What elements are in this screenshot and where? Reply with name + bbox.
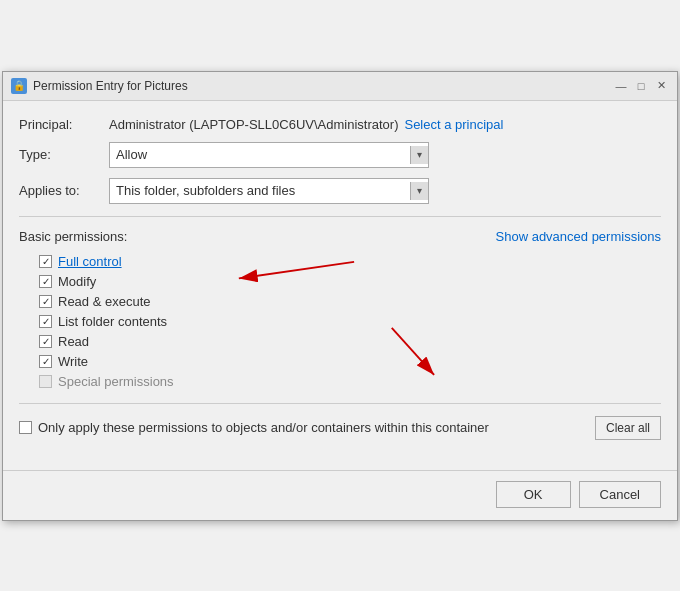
principal-row: Principal: Administrator (LAPTOP-SLL0C6U…	[19, 117, 661, 132]
full-control-checkbox[interactable]: ✓	[39, 255, 52, 268]
minimize-button[interactable]: —	[613, 78, 629, 94]
permissions-title: Basic permissions:	[19, 229, 127, 244]
close-button[interactable]: ✕	[653, 78, 669, 94]
list-folder-label: List folder contents	[58, 314, 167, 329]
modify-label: Modify	[58, 274, 96, 289]
window-body: Principal: Administrator (LAPTOP-SLL0C6U…	[3, 101, 677, 470]
applies-row: Applies to: This folder, subfolders and …	[19, 178, 661, 204]
type-select-value: Allow	[116, 147, 410, 162]
bottom-divider	[19, 403, 661, 404]
permissions-header: Basic permissions: Show advanced permiss…	[19, 229, 661, 244]
title-bar: 🔒 Permission Entry for Pictures — □ ✕	[3, 72, 677, 101]
applies-label: Applies to:	[19, 183, 109, 198]
select-principal-link[interactable]: Select a principal	[404, 117, 503, 132]
type-row: Type: Allow ▾	[19, 142, 661, 168]
full-control-label: Full control	[58, 254, 122, 269]
special-label: Special permissions	[58, 374, 174, 389]
main-window: 🔒 Permission Entry for Pictures — □ ✕ Pr…	[2, 71, 678, 521]
clear-all-button[interactable]: Clear all	[595, 416, 661, 440]
type-label: Type:	[19, 147, 109, 162]
window-title: Permission Entry for Pictures	[33, 79, 613, 93]
applies-select-value: This folder, subfolders and files	[116, 183, 410, 198]
principal-value: Administrator (LAPTOP-SLL0C6UV\Administr…	[109, 117, 398, 132]
cancel-button[interactable]: Cancel	[579, 481, 661, 508]
list-item: ✓ Write	[39, 354, 661, 369]
list-item: Special permissions	[39, 374, 661, 389]
permissions-section: Basic permissions: Show advanced permiss…	[19, 229, 661, 389]
type-select-arrow: ▾	[410, 146, 428, 164]
section-divider	[19, 216, 661, 217]
applies-select-arrow: ▾	[410, 182, 428, 200]
read-checkbox[interactable]: ✓	[39, 335, 52, 348]
advanced-permissions-link[interactable]: Show advanced permissions	[496, 229, 661, 244]
permissions-list: ✓ Full control ✓ Modify ✓ Read & execute…	[39, 254, 661, 389]
read-label: Read	[58, 334, 89, 349]
applies-select[interactable]: This folder, subfolders and files ▾	[109, 178, 429, 204]
list-item: ✓ Modify	[39, 274, 661, 289]
write-checkbox[interactable]: ✓	[39, 355, 52, 368]
only-apply-checkbox[interactable]	[19, 421, 32, 434]
list-item: ✓ Full control	[39, 254, 661, 269]
read-execute-checkbox[interactable]: ✓	[39, 295, 52, 308]
only-apply-row: Only apply these permissions to objects …	[19, 416, 661, 440]
only-apply-label: Only apply these permissions to objects …	[38, 420, 489, 435]
list-item: ✓ Read & execute	[39, 294, 661, 309]
list-item: ✓ List folder contents	[39, 314, 661, 329]
dialog-buttons: OK Cancel	[3, 470, 677, 520]
list-item: ✓ Read	[39, 334, 661, 349]
read-execute-label: Read & execute	[58, 294, 151, 309]
list-folder-checkbox[interactable]: ✓	[39, 315, 52, 328]
principal-label: Principal:	[19, 117, 109, 132]
special-checkbox	[39, 375, 52, 388]
bottom-section: Only apply these permissions to objects …	[19, 416, 661, 440]
modify-checkbox[interactable]: ✓	[39, 275, 52, 288]
ok-button[interactable]: OK	[496, 481, 571, 508]
window-controls: — □ ✕	[613, 78, 669, 94]
window-icon: 🔒	[11, 78, 27, 94]
type-select[interactable]: Allow ▾	[109, 142, 429, 168]
write-label: Write	[58, 354, 88, 369]
maximize-button[interactable]: □	[633, 78, 649, 94]
